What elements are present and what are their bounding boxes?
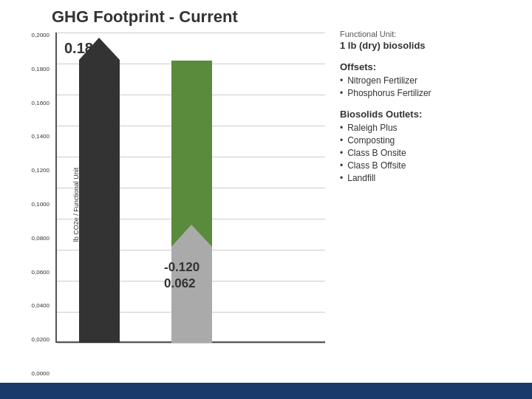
offset-item-1: Phosphorus Fertilizer [340, 88, 517, 98]
page: GHG Footprint - Current lb CO2e / Functi… [0, 0, 532, 399]
functional-unit-section: Functional Unit: 1 lb (dry) biosolids [340, 30, 517, 51]
biosolids-list: Raleigh Plus Composting Class B Onsite C… [340, 123, 517, 183]
y-tick-3: 0,1400 [32, 134, 50, 140]
offsets-list: Nitrogen Fertilizer Phosphorus Fertilize… [340, 75, 517, 98]
offset-item-0: Nitrogen Fertilizer [340, 75, 517, 86]
bar-dark-body [79, 60, 120, 343]
y-tick-10: 0,0000 [32, 371, 50, 377]
biosolids-title: Biosolids Outlets: [340, 109, 517, 120]
footer-bar [0, 383, 532, 399]
y-tick-6: 0,0800 [32, 236, 50, 242]
y-tick-5: 0,1000 [32, 202, 50, 208]
chart-plot: 0.182 -0.120 0.062 [55, 33, 325, 343]
y-tick-9: 0,0200 [32, 337, 50, 343]
biosolid-item-2: Class B Onsite [340, 148, 517, 158]
biosolids-section: Biosolids Outlets: Raleigh Plus Composti… [340, 109, 517, 183]
y-tick-2: 0,1600 [32, 100, 50, 106]
y-axis: 0,2000 0,1800 0,1600 0,1400 0,1200 0,100… [18, 33, 52, 377]
bar-dark-label: 0.182 [64, 40, 101, 57]
biosolid-item-3: Class B Offsite [340, 160, 517, 171]
y-tick-7: 0,0600 [32, 270, 50, 276]
bar-gray-label: 0.062 [164, 276, 196, 291]
bar-green-label: -0.120 [164, 260, 200, 275]
biosolid-item-0: Raleigh Plus [340, 123, 517, 133]
chart-title: GHG Footprint - Current [15, 7, 325, 27]
bar-green-body [171, 61, 212, 247]
bar-gray-arrow-up [171, 225, 212, 247]
grid-line-10 [57, 343, 325, 344]
offsets-section: Offsets: Nitrogen Fertilizer Phosphorus … [340, 61, 517, 98]
biosolid-item-1: Composting [340, 135, 517, 146]
y-tick-1: 0,1800 [32, 66, 50, 72]
main-content: GHG Footprint - Current lb CO2e / Functi… [0, 0, 532, 399]
right-panel: Functional Unit: 1 lb (dry) biosolids Of… [325, 7, 517, 377]
grid-line-0 [57, 33, 325, 33]
functional-unit-label: Functional Unit: [340, 30, 517, 38]
biosolid-item-4: Landfill [340, 173, 517, 183]
chart-area: GHG Footprint - Current lb CO2e / Functi… [15, 7, 325, 377]
y-tick-0: 0,2000 [32, 33, 50, 38]
y-tick-4: 0,1200 [32, 168, 50, 174]
offsets-title: Offsets: [340, 61, 517, 72]
functional-unit-value: 1 lb (dry) biosolids [340, 40, 517, 51]
y-tick-8: 0,0400 [32, 303, 50, 309]
